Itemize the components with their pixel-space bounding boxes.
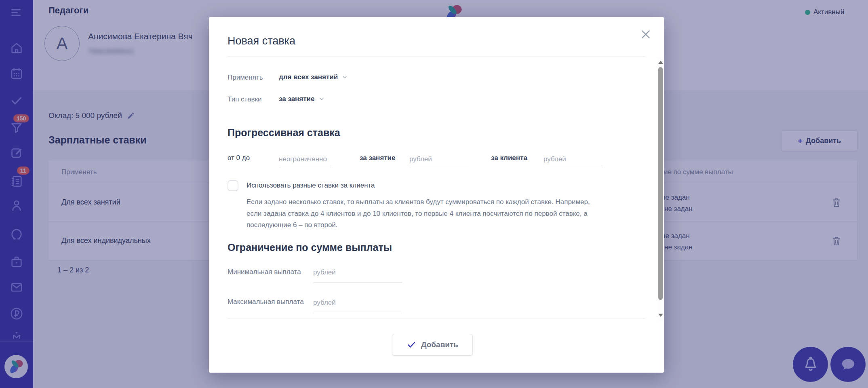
chevron-down-icon	[341, 74, 348, 80]
footer-divider	[228, 318, 645, 319]
progressive-title: Прогрессивная ставка	[228, 127, 340, 139]
per-lesson-label: за занятие	[360, 154, 396, 162]
rate-type-select[interactable]: за занятие	[279, 95, 325, 103]
apply-select[interactable]: для всех занятий	[279, 73, 348, 81]
checkbox-description: Если задано несколько ставок, то выплаты…	[246, 196, 604, 231]
from-label: от 0 до	[228, 154, 250, 162]
per-client-input[interactable]	[544, 150, 603, 168]
title-divider	[228, 56, 645, 57]
per-client-label: за клиента	[491, 154, 527, 162]
submit-button[interactable]: Добавить	[392, 334, 473, 356]
max-payout-label: Максимальная выплата	[228, 298, 304, 306]
progressive-row: от 0 до за занятие за клиента	[228, 150, 645, 177]
check-icon	[407, 340, 416, 350]
chevron-down-icon	[318, 96, 325, 102]
scroll-down-arrow-icon[interactable]	[658, 314, 663, 317]
modal-title: Новая ставка	[228, 35, 295, 47]
apply-value: для всех занятий	[279, 73, 338, 81]
scrollbar-thumb[interactable]	[658, 67, 663, 300]
different-rates-checkbox[interactable]	[228, 180, 238, 191]
limit-title: Ограничение по сумме выплаты	[228, 242, 392, 253]
min-payout-label: Минимальная выплата	[228, 268, 301, 276]
submit-label: Добавить	[421, 340, 458, 349]
apply-label: Применять	[228, 74, 263, 82]
modal-scrollbar[interactable]	[657, 57, 664, 321]
new-rate-modal: Новая ставка Применять для всех занятий …	[209, 17, 664, 373]
per-lesson-input[interactable]	[409, 150, 469, 168]
max-payout-input[interactable]	[313, 292, 402, 313]
rate-type-label: Тип ставки	[228, 95, 262, 103]
scroll-up-arrow-icon[interactable]	[658, 61, 663, 64]
close-icon[interactable]	[639, 27, 653, 41]
checkbox-label: Использовать разные ставки за клиента	[246, 181, 375, 190]
rate-type-value: за занятие	[279, 95, 315, 103]
min-payout-input[interactable]	[313, 262, 402, 283]
upper-bound-input[interactable]	[279, 150, 331, 168]
